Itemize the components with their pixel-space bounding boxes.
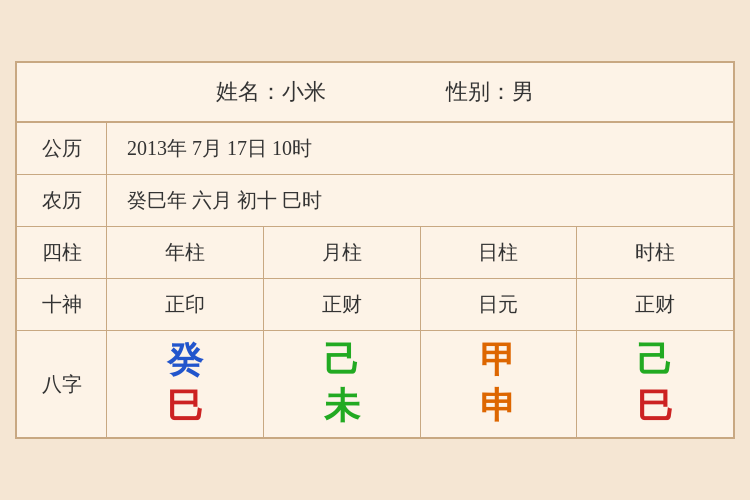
lunar-row: 农历 癸巳年 六月 初十 巳时 — [17, 175, 733, 227]
bazhi-month-top: 己 — [324, 341, 360, 381]
sizhu-label: 四柱 — [17, 227, 107, 278]
bazhi-day-top: 甲 — [480, 341, 516, 381]
shishen-label: 十神 — [17, 279, 107, 330]
name-label: 姓名：小米 — [216, 77, 326, 107]
solar-label: 公历 — [17, 123, 107, 174]
solar-value: 2013年 7月 17日 10时 — [107, 123, 733, 174]
bazhi-year-top: 癸 — [167, 341, 203, 381]
shishen-row: 十神 正印 正财 日元 正财 — [17, 279, 733, 331]
lunar-value: 癸巳年 六月 初十 巳时 — [107, 175, 733, 226]
bazhi-hour-cell: 己 巳 — [577, 331, 733, 436]
day-col-header: 日柱 — [421, 227, 578, 278]
bazhi-year-bottom: 巳 — [167, 387, 203, 427]
shishen-year: 正印 — [107, 279, 264, 330]
header-row: 姓名：小米 性别：男 — [17, 63, 733, 123]
bazhi-label: 八字 — [17, 331, 107, 436]
month-col-header: 月柱 — [264, 227, 421, 278]
bazhi-day-cell: 甲 申 — [421, 331, 578, 436]
solar-row: 公历 2013年 7月 17日 10时 — [17, 123, 733, 175]
bazhi-hour-bottom: 巳 — [637, 387, 673, 427]
hour-col-header: 时柱 — [577, 227, 733, 278]
bazhi-month-bottom: 未 — [324, 387, 360, 427]
bazhi-month-cell: 己 未 — [264, 331, 421, 436]
shishen-hour: 正财 — [577, 279, 733, 330]
bazhi-row: 八字 癸 巳 己 未 甲 申 己 巳 — [17, 331, 733, 436]
gender-label: 性别：男 — [446, 77, 534, 107]
main-container: 姓名：小米 性别：男 公历 2013年 7月 17日 10时 农历 癸巳年 六月… — [15, 61, 735, 438]
bazhi-hour-top: 己 — [637, 341, 673, 381]
year-col-header: 年柱 — [107, 227, 264, 278]
lunar-label: 农历 — [17, 175, 107, 226]
bazhi-year-cell: 癸 巳 — [107, 331, 264, 436]
shishen-day: 日元 — [421, 279, 578, 330]
shishen-month: 正财 — [264, 279, 421, 330]
bazhi-day-bottom: 申 — [480, 387, 516, 427]
sizhu-header-row: 四柱 年柱 月柱 日柱 时柱 — [17, 227, 733, 279]
